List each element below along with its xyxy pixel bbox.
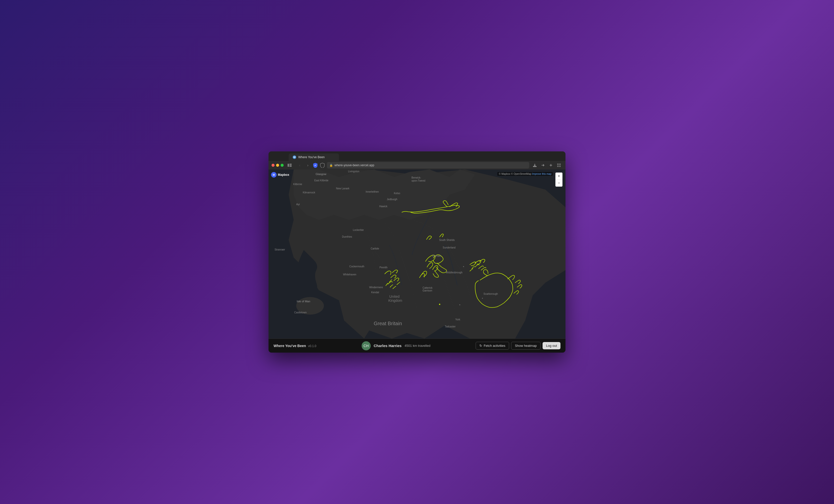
log-out-label: Log out <box>546 344 557 348</box>
svg-point-17 <box>482 298 483 299</box>
label-sunderland: Sunderland <box>443 246 456 249</box>
label-south-shields: South Shields <box>439 239 455 242</box>
label-york: York <box>455 318 461 321</box>
address-bar[interactable]: 🔒 where-youve-been.vercel.app <box>327 162 529 168</box>
label-carlisle: Carlisle <box>371 247 379 250</box>
mapbox-logo-icon: M <box>271 172 277 178</box>
label-castletown: Castletown <box>294 311 307 314</box>
svg-rect-3 <box>289 166 292 167</box>
svg-rect-6 <box>557 166 558 167</box>
new-tab-button[interactable] <box>547 162 554 169</box>
avatar-initials: CH <box>364 344 369 348</box>
label-berwick: Berwick- <box>412 176 421 179</box>
fetch-activities-label: Fetch activities <box>484 344 505 348</box>
label-penrith: Penrith <box>379 266 388 269</box>
extensions-button[interactable] <box>555 162 563 169</box>
download-button[interactable] <box>531 162 538 169</box>
svg-point-16 <box>459 304 460 305</box>
label-catterick: Catterick <box>422 287 433 289</box>
label-isle-of-man: Isle of Man <box>297 300 310 303</box>
label-scarborough: Scarborough <box>483 293 498 295</box>
zoom-in-button[interactable]: + <box>555 173 563 180</box>
minimize-button[interactable] <box>276 164 279 167</box>
map-attribution: © Mapbox © OpenStreetMap Improve this ma… <box>497 172 553 176</box>
label-united-kingdom: United <box>389 295 399 299</box>
user-info: CH Charles Harries 4501 km travelled <box>320 341 471 350</box>
svg-rect-0 <box>288 164 289 167</box>
label-ayr: Ayr <box>296 203 300 206</box>
log-out-button[interactable]: Log out <box>543 342 561 349</box>
bottom-actions: ↻ Fetch activities Show heatmap Log out <box>476 342 561 349</box>
label-durham: Durham <box>432 254 441 257</box>
label-great-britain: Great Britain <box>374 321 402 326</box>
share-button[interactable] <box>539 162 546 169</box>
label-livingston: Livingston <box>348 170 359 173</box>
mapbox-text: Mapbox <box>278 173 289 177</box>
tab-favicon: W <box>293 155 296 159</box>
label-hawick: Hawick <box>379 205 388 208</box>
bottom-bar: Where You've Been v0.1.0 CH Charles Harr… <box>268 339 566 352</box>
username: Charles Harries <box>374 344 402 348</box>
shield-blue-icon <box>313 163 318 168</box>
browser-chrome: W Where You've Been ‹ › <box>268 152 566 169</box>
label-new-lanark: New Lanark <box>336 187 350 190</box>
label-windermere: Windermere <box>369 286 383 289</box>
label-kendal: Kendal <box>371 291 379 294</box>
label-innerleithen: Innerleithen <box>366 190 379 193</box>
map-container[interactable]: Glasgow East Kilbride Kilbirnie Kilmarno… <box>268 169 566 339</box>
svg-point-11 <box>439 304 440 305</box>
svg-rect-4 <box>557 164 558 165</box>
mapbox-logo: M Mapbox <box>271 172 289 178</box>
label-middlesbrough: Middlesbrough <box>446 271 463 274</box>
label-kilbirnie: Kilbirnie <box>293 183 302 186</box>
browser-window: W Where You've Been ‹ › <box>268 152 566 352</box>
svg-rect-1 <box>289 164 292 164</box>
avatar: CH <box>361 341 371 350</box>
back-button[interactable]: ‹ <box>297 162 303 168</box>
close-button[interactable] <box>271 164 275 167</box>
label-dumfries: Dumfries <box>342 235 352 238</box>
sidebar-toggle-button[interactable] <box>288 162 295 168</box>
map-svg: Glasgow East Kilbride Kilbirnie Kilmarno… <box>268 169 566 339</box>
show-heatmap-label: Show heatmap <box>515 344 537 348</box>
show-heatmap-button[interactable]: Show heatmap <box>511 342 541 349</box>
label-stranraer: Stranraer <box>275 248 285 251</box>
tab-title: Where You've Been <box>298 155 325 159</box>
svg-rect-5 <box>559 164 561 165</box>
label-tadcaster: Tadcaster <box>445 325 456 328</box>
label-kilmarnock: Kilmarnock <box>303 191 315 194</box>
zoom-out-button[interactable]: − <box>555 180 563 187</box>
distance-text: 4501 km travelled <box>405 344 431 348</box>
svg-text:Kingdom: Kingdom <box>388 299 402 302</box>
traffic-lights <box>271 164 284 167</box>
svg-rect-7 <box>559 166 561 167</box>
forward-button[interactable]: › <box>305 162 311 168</box>
svg-text:Garrison: Garrison <box>422 289 432 292</box>
svg-point-15 <box>463 266 464 267</box>
app-name: Where You've Been <box>273 344 306 348</box>
fetch-icon: ↻ <box>479 344 482 348</box>
tab-bar: W Where You've Been <box>268 152 566 161</box>
label-whitehaven: Whitehaven <box>343 273 356 276</box>
active-tab[interactable]: W Where You've Been <box>289 154 339 161</box>
browser-toolbar: ‹ › 🔒 where-youve-been.vercel.app <box>268 161 566 169</box>
svg-text:upon-Tweed: upon-Tweed <box>412 179 425 182</box>
label-kelso: Kelso <box>394 192 400 194</box>
improve-map-link[interactable]: Improve this map <box>532 173 551 175</box>
svg-rect-2 <box>289 165 292 166</box>
shield-outline-icon <box>320 163 325 168</box>
fetch-activities-button[interactable]: ↻ Fetch activities <box>476 342 509 349</box>
label-cockermouth: Cockermouth <box>349 265 364 268</box>
map-controls: + − <box>555 173 563 187</box>
app-info: Where You've Been v0.1.0 <box>273 344 316 348</box>
maximize-button[interactable] <box>281 164 284 167</box>
label-east-kilbride: East Kilbride <box>314 179 329 182</box>
attribution-text: © Mapbox © OpenStreetMap <box>499 173 531 175</box>
app-version: v0.1.0 <box>308 344 316 348</box>
url-text: where-youve-been.vercel.app <box>334 163 374 167</box>
toolbar-actions <box>531 162 563 169</box>
label-lockerbie: Lockerbie <box>353 229 364 231</box>
lock-icon: 🔒 <box>329 164 333 167</box>
label-jedburgh: Jedburgh <box>387 198 397 201</box>
label-glasgow: Glasgow <box>315 173 326 176</box>
